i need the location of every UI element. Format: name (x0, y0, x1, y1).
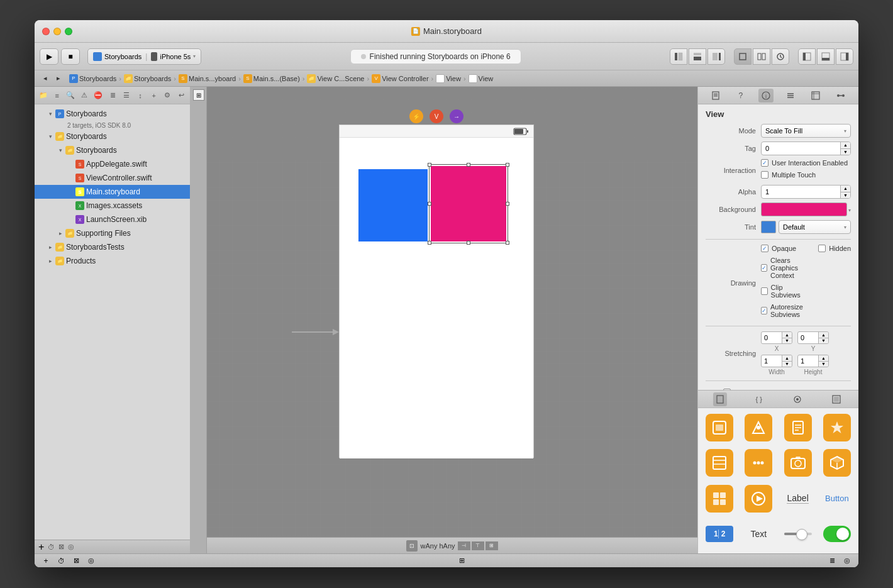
canvas-size-toggle[interactable]: ⊞ (459, 557, 465, 565)
canvas-content[interactable]: ⚡ V → (207, 87, 697, 537)
lib-item-star[interactable] (818, 411, 856, 445)
background-swatch[interactable] (761, 202, 847, 216)
bottom-history-btn[interactable]: ⏱ (55, 555, 67, 567)
mode-select[interactable]: Scale To Fill ▾ (761, 124, 851, 138)
bottom-search-btn[interactable]: ◎ (841, 555, 853, 567)
tag-decrement[interactable]: ▼ (841, 149, 850, 155)
size-preset-btn[interactable]: ⊡ (406, 540, 418, 552)
sidebar-item-launchscreen[interactable]: X LaunchScreen.xib (35, 213, 190, 226)
height-size-btn[interactable]: ⊤ (472, 541, 484, 550)
stretch-height-field[interactable]: 1 ▲ ▼ (797, 355, 829, 367)
stop-button[interactable]: ■ (61, 48, 80, 65)
tint-control[interactable]: Default ▾ (761, 220, 851, 234)
lib-item-grid[interactable] (701, 482, 738, 516)
lib-item-text[interactable]: Text (740, 517, 777, 551)
breadcrumb-item[interactable]: S Main.s...yboard (179, 74, 236, 83)
lib-item-toggle[interactable] (818, 517, 856, 551)
breadcrumb-item[interactable]: P Storyboards (69, 74, 116, 83)
breadcrumb-item[interactable]: 📁 Storyboards (124, 74, 171, 83)
sidebar-hierarchy-btn[interactable]: ☰ (120, 89, 133, 102)
objects-tab[interactable] (790, 392, 804, 406)
identity-inspector-tab[interactable]: i (758, 89, 774, 103)
bottom-error-btn[interactable]: ⊠ (70, 555, 82, 567)
sidebar-item-images[interactable]: X Images.xcassets (35, 199, 190, 213)
both-size-btn[interactable]: ⊞ (485, 541, 498, 550)
background-control[interactable]: ▾ (761, 202, 851, 216)
connections-inspector-tab[interactable] (833, 89, 848, 103)
sidebar-item-storyboardstests[interactable]: 📁 StoryboardsTests (35, 240, 190, 254)
sidebar-add-btn[interactable]: + (148, 89, 160, 102)
right-panel-button[interactable] (836, 48, 853, 65)
sidebar-item-viewcontroller[interactable]: S ViewController.swift (35, 171, 190, 185)
stretch-x-stepper[interactable]: ▲ ▼ (782, 332, 792, 343)
stretch-y-stepper[interactable]: ▲ ▼ (818, 332, 828, 343)
first-responder-icon[interactable]: ⚡ (409, 109, 423, 123)
lib-item-button[interactable]: Button (818, 482, 856, 516)
tag-increment[interactable]: ▲ (841, 142, 850, 149)
stretch-x-field[interactable]: 0 ▲ ▼ (761, 331, 792, 344)
sidebar-item-storyboards-sub[interactable]: 📁 Storyboards (35, 143, 190, 157)
tag-control[interactable]: 0 ▲ ▼ (761, 141, 851, 155)
lib-item-slider[interactable] (779, 517, 817, 551)
sidebar-item-main-storyboard[interactable]: S Main.storyboard (35, 185, 190, 199)
utilities-button[interactable] (707, 48, 725, 65)
breadcrumb-item[interactable]: S Main.s...(Base) (243, 74, 300, 83)
attributes-inspector-tab[interactable] (783, 89, 798, 103)
autoresize-checkbox[interactable] (761, 307, 767, 314)
width-size-btn[interactable]: ⊣ (458, 541, 470, 550)
version-editor-button[interactable] (772, 48, 789, 65)
exit-icon[interactable]: → (450, 109, 463, 123)
sidebar-item-appdelegate[interactable]: S AppDelegate.swift (35, 157, 190, 171)
minimize-button[interactable] (53, 28, 61, 35)
media-tab[interactable] (829, 392, 843, 406)
lib-item-segmented[interactable]: 1 2 (701, 517, 738, 551)
lib-item-cam[interactable] (779, 446, 817, 480)
sidebar-sort-btn[interactable]: ↕ (134, 89, 147, 102)
lib-item-label[interactable]: Label (779, 482, 817, 516)
view-controller-icon[interactable]: V (430, 109, 443, 123)
sidebar-folder-btn[interactable]: 📁 (37, 89, 50, 102)
breadcrumb-item[interactable]: View (436, 74, 461, 83)
navigator-button[interactable] (670, 48, 687, 65)
stretch-width-field[interactable]: 1 ▲ ▼ (761, 355, 792, 367)
tag-field[interactable]: 0 ▲ ▼ (761, 141, 851, 155)
stretch-width-stepper[interactable]: ▲ ▼ (782, 355, 792, 367)
size-inspector-tab[interactable] (808, 89, 823, 103)
lib-item-doc[interactable] (779, 411, 817, 445)
breadcrumb-item[interactable]: V View Controller (372, 74, 428, 83)
lib-item-table[interactable] (701, 446, 738, 480)
sidebar-error-btn[interactable]: ⛔ (92, 89, 104, 102)
tint-select[interactable]: Default ▾ (779, 220, 851, 234)
standard-editor-button[interactable] (734, 48, 752, 65)
file-templates-tab[interactable] (713, 392, 727, 406)
sidebar-item-storyboards-group[interactable]: 📁 Storyboards (35, 130, 190, 143)
alpha-control[interactable]: 1 ▲ ▼ (761, 185, 851, 199)
alpha-field[interactable]: 1 ▲ ▼ (761, 185, 851, 199)
file-inspector-tab[interactable] (708, 89, 723, 103)
code-snippets-tab[interactable]: { } (752, 392, 766, 406)
opaque-checkbox[interactable] (761, 245, 768, 252)
sidebar-settings-btn[interactable]: ⚙ (162, 89, 174, 102)
sidebar-filter-btn[interactable]: ≡ (51, 89, 64, 102)
sidebar-warning-btn[interactable]: ⚠ (78, 89, 91, 102)
lib-item-nav[interactable] (740, 411, 777, 445)
multiple-touch-checkbox[interactable] (761, 171, 768, 179)
tint-swatch[interactable] (761, 221, 776, 233)
warning-icon[interactable]: ⊠ (58, 543, 64, 551)
pink-rect[interactable] (431, 166, 506, 241)
sidebar-item-project[interactable]: P Storyboards (35, 107, 190, 121)
assistant-editor-button[interactable] (753, 48, 770, 65)
breadcrumb-item[interactable]: 📁 View C...Scene (307, 74, 364, 83)
blue-rect[interactable] (358, 169, 428, 241)
debug-button[interactable] (689, 48, 706, 65)
sidebar-item-products[interactable]: 📁 Products (35, 254, 190, 268)
mode-control[interactable]: Scale To Fill ▾ (761, 124, 851, 138)
breadcrumb-item[interactable]: View (469, 74, 494, 83)
lib-item-play[interactable] (740, 482, 777, 516)
nav-back[interactable]: ◂ (40, 73, 51, 84)
tag-stepper[interactable]: ▲ ▼ (840, 142, 850, 155)
run-button[interactable]: ▶ (40, 48, 58, 65)
canvas-grid-btn[interactable]: ⊞ (193, 89, 204, 101)
zoom-button[interactable] (65, 28, 72, 35)
stretch-y-field[interactable]: 0 ▲ ▼ (797, 331, 829, 344)
